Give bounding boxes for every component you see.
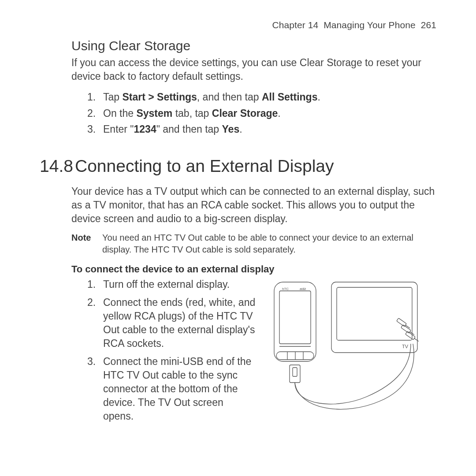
step-text: " and then tap	[156, 123, 222, 135]
section-title: Connecting to an External Display	[75, 156, 334, 175]
step-text: Enter "	[103, 123, 134, 135]
step-text: Tap	[103, 91, 122, 103]
clear-storage-steps: Tap Start > Settings, and then tap All S…	[87, 89, 436, 137]
svg-rect-6	[405, 331, 416, 339]
ext-display-step: Connect the ends (red, white, and yellow…	[87, 296, 257, 350]
ext-display-steps: Turn off the external display. Connect t…	[87, 278, 257, 423]
ext-display-steps-col: Turn off the external display. Connect t…	[71, 278, 257, 428]
clear-storage-intro: If you can access the device settings, y…	[71, 56, 436, 83]
step-bold: 1234	[134, 123, 156, 135]
svg-rect-0	[331, 282, 417, 353]
note-body: You need an HTC TV Out cable to be able …	[102, 232, 436, 256]
ext-display-subheading: To connect the device to an external dis…	[71, 264, 436, 275]
note-row: Note You need an HTC TV Out cable to be …	[71, 232, 436, 256]
step-bold: Yes	[222, 123, 240, 135]
svg-rect-4	[401, 324, 411, 333]
heading-ext-display: 14.8Connecting to an External Display	[40, 156, 436, 176]
step-text: , and then tap	[197, 91, 262, 103]
page-header: Chapter 14 Managing Your Phone 261	[40, 20, 436, 30]
step-text: .	[239, 123, 242, 135]
phone-brand-label: hTC	[282, 287, 289, 291]
step-text: .	[317, 91, 320, 103]
carrier-label: at&t	[300, 287, 306, 291]
heading-clear-storage: Using Clear Storage	[71, 38, 436, 53]
step-text: tab, tap	[172, 108, 212, 119]
ext-display-step: Turn off the external display.	[87, 278, 257, 291]
chapter-label: Chapter 14	[272, 20, 318, 30]
clear-storage-step: On the System tab, tap Clear Storage.	[87, 106, 436, 121]
svg-rect-8	[274, 282, 316, 361]
step-bold: All Settings	[262, 91, 318, 103]
ext-display-intro: Your device has a TV output which can be…	[71, 185, 436, 226]
svg-rect-16	[293, 368, 297, 376]
chapter-title: Managing Your Phone	[324, 20, 416, 30]
page: Chapter 14 Managing Your Phone 261 Using…	[0, 0, 476, 476]
section-number: 14.8	[40, 156, 75, 176]
step-bold: System	[136, 108, 172, 119]
svg-rect-1	[337, 287, 412, 340]
step-text: .	[278, 108, 280, 119]
step-bold: Start > Settings	[122, 91, 197, 103]
tv-out-illustration: TV	[265, 278, 436, 428]
step-text: On the	[103, 108, 136, 119]
note-label: Note	[71, 232, 102, 256]
svg-rect-9	[279, 291, 311, 344]
tv-label: TV	[402, 344, 409, 349]
step-bold: Clear Storage	[212, 108, 278, 119]
tv-out-illustration-svg: TV	[265, 278, 424, 419]
clear-storage-step: Enter "1234" and then tap Yes.	[87, 122, 436, 137]
clear-storage-step: Tap Start > Settings, and then tap All S…	[87, 89, 436, 105]
ext-display-two-col: Turn off the external display. Connect t…	[71, 278, 436, 428]
svg-rect-2	[397, 318, 407, 326]
svg-line-7	[414, 338, 419, 341]
ext-display-step: Connect the mini-USB end of the HTC TV O…	[87, 355, 257, 423]
page-number: 261	[421, 20, 436, 30]
